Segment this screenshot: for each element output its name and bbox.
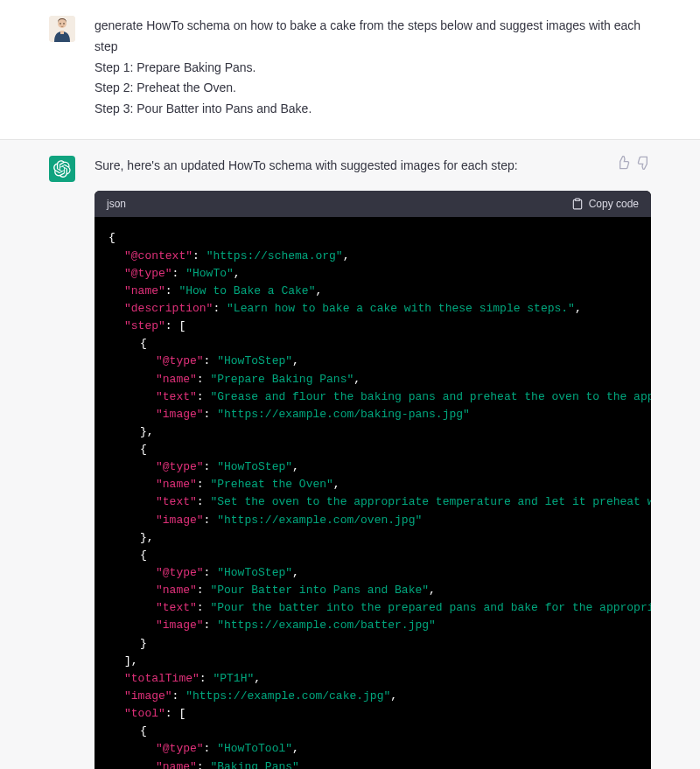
clipboard-icon [571,198,584,210]
assistant-intro-text: Sure, here's an updated HowTo schema wit… [94,156,606,175]
assistant-message: Sure, here's an updated HowTo schema wit… [0,140,700,769]
code-line: "image": "https://example.com/cake.jpg", [108,688,637,705]
person-icon [49,16,75,42]
code-line: ], [108,653,637,670]
thumbs-up-icon[interactable] [616,156,630,173]
svg-point-3 [63,23,65,24]
code-line: } [108,635,637,653]
code-line: }, [108,529,637,547]
code-line: "@type": "HowToStep", [108,353,637,370]
copy-code-button[interactable]: Copy code [571,198,639,210]
code-line: "@type": "HowToTool", [108,740,637,758]
code-line: "name": "How to Bake a Cake", [108,283,637,300]
user-text-line: Step 1: Prepare Baking Pans. [94,58,651,79]
code-line: "name": "Prepare Baking Pans", [108,371,637,388]
svg-point-2 [60,23,61,24]
code-line: { [108,547,637,564]
code-line: "text": "Set the oven to the appropriate… [108,493,637,511]
user-message: generate HowTo schema on how to bake a c… [0,0,700,140]
user-message-content: generate HowTo schema on how to bake a c… [94,16,651,120]
code-line: "@context": "https://schema.org", [108,248,637,265]
code-line: "@type": "HowTo", [108,265,637,283]
user-text-line: generate HowTo schema on how to bake a c… [94,16,651,58]
openai-icon [53,160,71,178]
code-line: "name": "Baking Pans" [108,759,637,769]
code-line: "@type": "HowToStep", [108,458,637,476]
code-line: { [108,229,637,247]
code-line: "totalTime": "PT1H", [108,670,637,688]
thumbs-down-icon[interactable] [637,156,651,173]
code-line: "step": [ [108,318,637,335]
code-line: "description": "Learn how to bake a cake… [108,300,637,318]
code-line: "text": "Pour the batter into the prepar… [108,599,637,617]
assistant-avatar [49,156,75,182]
code-line: "image": "https://example.com/baking-pan… [108,406,637,423]
feedback-controls [616,156,651,173]
code-line: { [108,335,637,353]
user-text-line: Step 2: Preheat the Oven. [94,78,651,99]
svg-rect-4 [60,31,64,34]
code-line: { [108,723,637,740]
code-block: json Copy code {"@context": "https://sch… [94,191,651,769]
copy-code-label: Copy code [589,198,639,210]
code-line: "@type": "HowToStep", [108,564,637,582]
code-line: "name": "Preheat the Oven", [108,476,637,493]
conversation: generate HowTo schema on how to bake a c… [0,0,700,769]
code-line: "image": "https://example.com/oven.jpg" [108,512,637,529]
code-line: "text": "Grease and flour the baking pan… [108,388,637,406]
svg-rect-5 [575,199,579,201]
user-text: generate HowTo schema on how to bake a c… [94,16,651,120]
code-line: "name": "Pour Batter into Pans and Bake"… [108,582,637,599]
user-avatar [49,16,75,42]
code-line: "image": "https://example.com/batter.jpg… [108,617,637,634]
code-line: { [108,441,637,458]
code-line: }, [108,423,637,441]
code-lang-label: json [107,198,126,210]
code-line: "tool": [ [108,705,637,723]
user-text-line: Step 3: Pour Batter into Pans and Bake. [94,99,651,120]
code-header: json Copy code [94,191,651,217]
assistant-message-content: Sure, here's an updated HowTo schema wit… [94,156,651,769]
code-body[interactable]: {"@context": "https://schema.org","@type… [94,217,651,769]
